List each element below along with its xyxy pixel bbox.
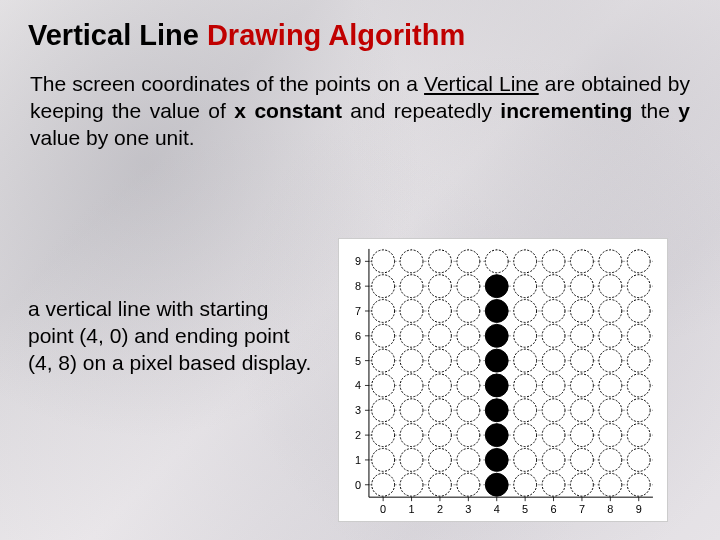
svg-text:8: 8 (355, 280, 361, 292)
para-frag-5: value by one unit. (30, 126, 195, 149)
svg-text:2: 2 (437, 503, 443, 515)
para-frag-1: The screen coordinates of the points on … (30, 72, 424, 95)
svg-point-90 (372, 300, 395, 323)
svg-point-83 (457, 324, 480, 347)
svg-text:5: 5 (355, 355, 361, 367)
svg-point-27 (571, 473, 594, 496)
svg-point-41 (400, 424, 423, 447)
svg-point-71 (400, 349, 423, 372)
svg-point-47 (571, 424, 594, 447)
svg-point-107 (571, 275, 594, 298)
svg-text:3: 3 (465, 503, 471, 515)
svg-point-69 (627, 374, 650, 397)
svg-text:0: 0 (355, 479, 361, 491)
svg-point-58 (599, 399, 622, 422)
svg-point-102 (429, 275, 452, 298)
svg-point-45 (514, 424, 537, 447)
svg-point-62 (429, 374, 452, 397)
slide: Vertical Line Drawing Algorithm The scre… (0, 0, 720, 540)
svg-point-118 (599, 250, 622, 273)
svg-text:5: 5 (522, 503, 528, 515)
svg-text:6: 6 (355, 330, 361, 342)
svg-point-57 (571, 399, 594, 422)
svg-point-23 (457, 473, 480, 496)
svg-point-64 (485, 374, 508, 397)
svg-point-67 (571, 374, 594, 397)
svg-text:1: 1 (355, 454, 361, 466)
svg-point-68 (599, 374, 622, 397)
svg-point-117 (571, 250, 594, 273)
para-frag-3: and repeatedly (342, 99, 500, 122)
svg-point-104 (485, 275, 508, 298)
svg-point-77 (571, 349, 594, 372)
svg-text:6: 6 (551, 503, 557, 515)
svg-point-78 (599, 349, 622, 372)
svg-point-52 (429, 399, 452, 422)
svg-point-25 (514, 473, 537, 496)
svg-text:8: 8 (607, 503, 613, 515)
svg-text:4: 4 (355, 379, 361, 391)
description-paragraph: The screen coordinates of the points on … (30, 71, 690, 152)
svg-point-116 (542, 250, 565, 273)
slide-title: Vertical Line Drawing Algorithm (28, 18, 692, 53)
svg-point-63 (457, 374, 480, 397)
svg-point-97 (571, 300, 594, 323)
svg-text:3: 3 (355, 404, 361, 416)
svg-point-87 (571, 324, 594, 347)
para-bold-3: y (678, 99, 690, 122)
svg-text:0: 0 (380, 503, 386, 515)
svg-point-89 (627, 324, 650, 347)
svg-point-109 (627, 275, 650, 298)
svg-point-33 (457, 449, 480, 472)
svg-point-60 (372, 374, 395, 397)
svg-point-56 (542, 399, 565, 422)
svg-point-96 (542, 300, 565, 323)
svg-point-76 (542, 349, 565, 372)
svg-point-42 (429, 424, 452, 447)
svg-point-92 (429, 300, 452, 323)
svg-point-43 (457, 424, 480, 447)
title-part-2: Drawing Algorithm (207, 19, 465, 51)
svg-point-55 (514, 399, 537, 422)
svg-text:2: 2 (355, 429, 361, 441)
svg-point-51 (400, 399, 423, 422)
svg-point-115 (514, 250, 537, 273)
svg-point-93 (457, 300, 480, 323)
svg-point-50 (372, 399, 395, 422)
svg-point-75 (514, 349, 537, 372)
svg-point-53 (457, 399, 480, 422)
pixel-grid-svg: 01234567890123456789 (339, 239, 667, 521)
svg-point-34 (485, 449, 508, 472)
title-part-1: Vertical Line (28, 19, 207, 51)
figure-caption: a vertical line with starting point (4, … (28, 296, 313, 377)
svg-point-59 (627, 399, 650, 422)
svg-point-113 (457, 250, 480, 273)
svg-point-91 (400, 300, 423, 323)
svg-point-111 (400, 250, 423, 273)
svg-point-80 (372, 324, 395, 347)
svg-point-114 (485, 250, 508, 273)
svg-point-73 (457, 349, 480, 372)
svg-point-79 (627, 349, 650, 372)
svg-point-105 (514, 275, 537, 298)
svg-point-29 (627, 473, 650, 496)
svg-point-106 (542, 275, 565, 298)
svg-point-88 (599, 324, 622, 347)
svg-point-28 (599, 473, 622, 496)
svg-point-49 (627, 424, 650, 447)
svg-point-22 (429, 473, 452, 496)
svg-point-74 (485, 349, 508, 372)
svg-point-81 (400, 324, 423, 347)
svg-point-84 (485, 324, 508, 347)
svg-text:9: 9 (636, 503, 642, 515)
svg-point-98 (599, 300, 622, 323)
svg-point-70 (372, 349, 395, 372)
svg-point-108 (599, 275, 622, 298)
svg-point-40 (372, 424, 395, 447)
svg-point-44 (485, 424, 508, 447)
svg-point-72 (429, 349, 452, 372)
svg-point-99 (627, 300, 650, 323)
svg-point-66 (542, 374, 565, 397)
svg-text:1: 1 (409, 503, 415, 515)
svg-text:7: 7 (579, 503, 585, 515)
